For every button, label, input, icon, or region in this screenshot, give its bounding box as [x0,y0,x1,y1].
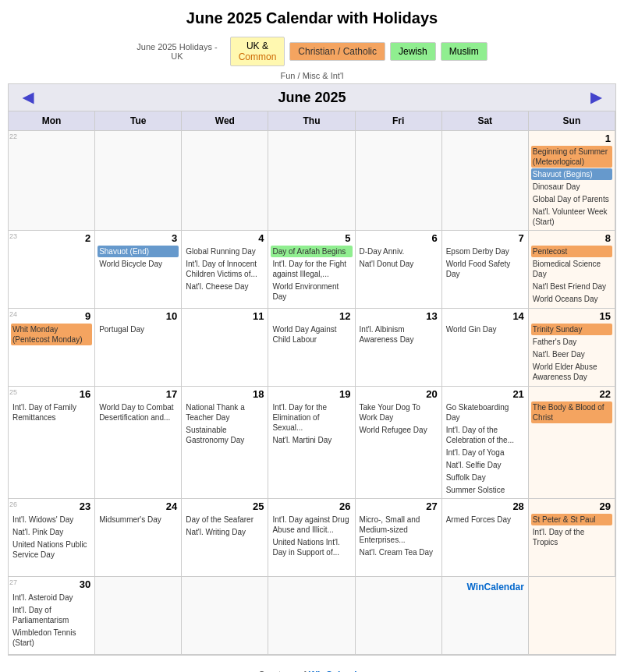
event: World Bicycle Day [98,258,179,270]
day-number: 3 [98,232,179,244]
event: World Day Against Child Labour [271,324,352,345]
event: Dinosaur Day [531,181,612,193]
event: Wimbledon Tennis (Start) [11,627,92,649]
day-number: 1 [531,133,612,144]
day-number: 12 [271,310,352,322]
event: Nat'l. Volunteer Week (Start) [531,206,612,228]
event: United Nations Public Service Day [11,539,92,561]
next-arrow[interactable]: ▶ [584,89,608,106]
cell-jun2: 23 2 [9,231,95,309]
dow-sun: Sun [529,111,615,131]
day-number: 27 [358,500,439,512]
day-number: 30 [11,578,92,590]
event: Int'l. Day for the Elimination of Sexual… [271,401,352,433]
event: World Oceans Day [531,293,612,305]
cell-jun5: 5 Day of Arafah Begins Int'l. Day for th… [268,231,355,309]
cell-jun30: 27 30 Int'l. Asteroid Day Int'l. Day of … [9,577,95,655]
cell-w22-wed [182,131,268,231]
cell-jun24: 24 Midsummer's Day [95,499,182,577]
event: Shavuot (Begins) [531,168,612,180]
dow-sat: Sat [442,111,529,131]
tab-muslim[interactable]: Muslim [441,42,488,61]
prev-arrow[interactable]: ◀ [16,89,40,106]
event: Whit Monday (Pentecost Monday) [11,324,92,345]
day-number: 14 [445,310,526,322]
day-number: 26 [271,500,352,512]
event: Int'l. Asteroid Day [11,592,92,603]
event: Midsummer's Day [98,514,179,525]
day-number: 8 [531,232,612,244]
cell-jun8: 8 Pentecost Biomedical Science Day Nat'l… [529,231,615,309]
cell-jun21: 21 Go Skateboarding Day Int'l. Day of th… [442,387,529,499]
cell-jun10: 10 Portugal Day [95,309,182,387]
event: World Elder Abuse Awareness Day [531,361,612,383]
cell-w22-thu [268,131,355,231]
calendar-header: ◀ June 2025 ▶ [9,84,615,111]
event: Portugal Day [98,324,179,335]
nav-label: June 2025 Holidays -UK [136,42,217,61]
event: Nat'l. Martini Day [271,434,352,446]
wincal-logo: WinCalendar [445,578,526,596]
event: Take Your Dog To Work Day [358,401,439,423]
event: The Body & Blood of Christ [531,401,612,423]
cell-jun28: 28 Armed Forces Day [442,499,529,577]
event: Nat'l Best Friend Day [531,281,612,292]
event: Int'l. Albinism Awareness Day [358,324,439,345]
day-number: 19 [271,388,352,400]
cell-w22-mon: 22 [9,131,95,231]
tab-jewish[interactable]: Jewish [390,42,436,61]
event: Int'l. Day of the Celebration of the... [445,424,526,446]
top-navigation: June 2025 Holidays -UK UK &Common Christ… [0,34,624,69]
event: World Gin Day [445,324,526,335]
event: Shavuot (End) [98,246,179,257]
cell-w22-tue [95,131,182,231]
event: Armed Forces Day [445,514,526,525]
event: National Thank a Teacher Day [184,401,265,423]
cell-w22-sat [442,131,529,231]
cell-jun20: 20 Take Your Dog To Work Day World Refug… [356,387,442,499]
event: World Food Safety Day [445,258,526,280]
event: Int'l. Widows' Day [11,514,92,525]
cell-jun13: 13 Int'l. Albinism Awareness Day [356,309,442,387]
tab-uk[interactable]: UK &Common [230,37,285,66]
day-number: 22 [531,388,612,400]
event: D-Day Anniv. [358,246,439,257]
event: Nat'l. Writing Day [184,526,265,538]
dow-wed: Wed [182,111,268,131]
cell-jun19: 19 Int'l. Day for the Elimination of Sex… [268,387,355,499]
event: World Environment Day [271,281,352,302]
event: Nat'l. Selfie Day [445,459,526,471]
calendar: ◀ June 2025 ▶ Mon Tue Wed Thu Fri Sat Su… [8,83,616,656]
day-number: 20 [358,388,439,400]
day-number: 5 [271,232,352,244]
day-number: 13 [358,310,439,322]
day-number: 11 [184,310,265,322]
cell-jun12: 12 World Day Against Child Labour [268,309,355,387]
cell-w27-sat: WinCalendar [442,577,529,655]
day-number: 17 [98,388,179,400]
cell-jun4: 4 Global Running Day Int'l. Day of Innoc… [182,231,268,309]
event: Nat'l Donut Day [358,258,439,270]
event: Day of Arafah Begins [271,246,352,257]
cell-jun11: 11 [182,309,268,387]
event: Micro-, Small and Medium-sized Enterpris… [358,514,439,546]
event: Int'l. Day of Yoga [445,447,526,458]
event: Sustainable Gastronomy Day [184,424,265,446]
event: Int'l. Day for the Fight against Illegal… [271,258,352,280]
event: Day of the Seafarer [184,514,265,525]
event: Trinity Sunday [531,324,612,335]
cell-jun14: 14 World Gin Day [442,309,529,387]
event: United Nations Int'l. Day in Support of.… [271,536,352,558]
cell-jun22: 22 The Body & Blood of Christ [529,387,615,499]
day-number: 7 [445,232,526,244]
cell-jun7: 7 Epsom Derby Day World Food Safety Day [442,231,529,309]
sub-tab: Fun / Misc & Int'l [0,69,624,83]
event: Nat'l. Cream Tea Day [358,546,439,558]
event: Father's Day [531,336,612,348]
cell-jun6: 6 D-Day Anniv. Nat'l Donut Day [356,231,442,309]
dow-tue: Tue [95,111,182,131]
event: Go Skateboarding Day [445,401,526,423]
cell-jun29: 29 St Peter & St Paul Int'l. Day of the … [529,499,615,577]
tab-christian[interactable]: Christian / Catholic [289,42,385,61]
event: World Day to Combat Desertification and.… [98,401,179,423]
